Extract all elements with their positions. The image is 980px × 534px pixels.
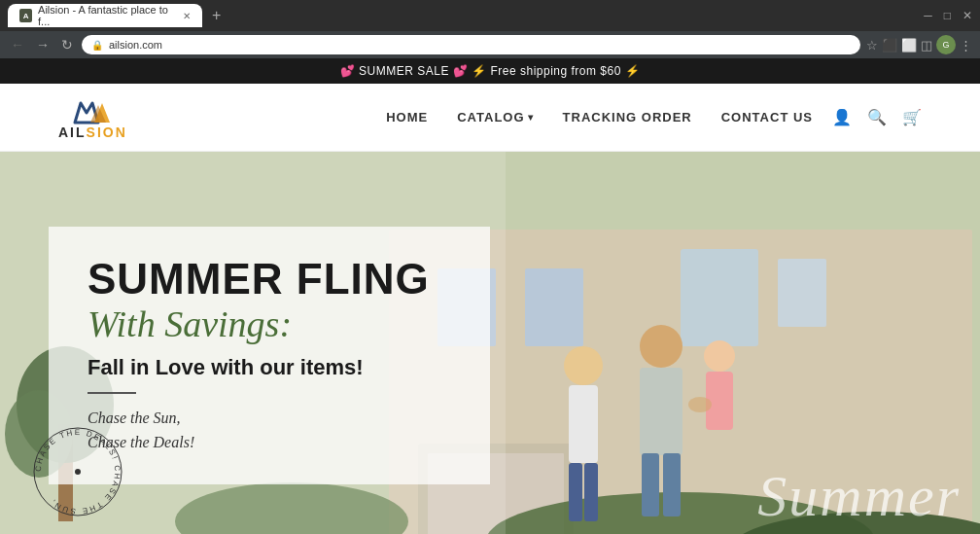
svg-rect-20 [569,463,582,521]
profile-avatar[interactable]: G [936,35,956,54]
lock-icon: 🔒 [91,40,103,51]
svg-point-28 [688,397,712,412]
svg-point-26 [704,340,735,372]
announcement-text: 💕 SUMMER SALE 💕 ⚡ Free shipping from $60… [340,64,640,78]
menu-icon[interactable]: ⋮ [960,38,972,53]
tab-bar: A Ailsion - A fantastic place to f... ✕ … [0,0,980,31]
back-button[interactable]: ← [8,37,27,53]
hero-title-script: With Savings: [88,303,451,347]
svg-point-22 [640,325,682,368]
forward-button[interactable]: → [33,37,52,53]
chevron-down-icon: ▾ [528,112,534,123]
circular-text-decoration: CHASE THE DEALS! CHASE THE SUN, [29,423,126,520]
announcement-bar: 💕 SUMMER SALE 💕 ⚡ Free shipping from $60… [0,58,980,84]
extension2-icon[interactable]: ⬜ [901,38,917,53]
site-header: AILSION HOME CATALOG ▾ TRACKING ORDER CO… [0,84,980,152]
cart-icon[interactable]: 🛒 [902,108,922,126]
hero-section: SUMMER FLING With Savings: Fall in Love … [0,152,980,534]
hero-desc-line1: Chase the Sun, [88,406,451,431]
minimize-button[interactable]: ─ [924,9,932,22]
svg-rect-19 [569,385,598,463]
address-bar[interactable]: 🔒 ailsion.com [82,35,860,54]
hero-desc-line2: Chase the Deals! [88,430,451,455]
hero-title-sub: Fall in Love with our items! [88,355,451,380]
browser-action-buttons: ☆ ⬛ ⬜ ◫ G ⋮ [866,35,972,54]
tab-favicon: A [19,9,32,22]
svg-rect-21 [584,463,598,521]
new-tab-button[interactable]: + [206,7,227,24]
svg-point-18 [564,346,603,385]
tab-close-button[interactable]: ✕ [183,11,191,21]
search-icon[interactable]: 🔍 [867,108,887,126]
nav-catalog[interactable]: CATALOG ▾ [457,110,533,125]
nav-tracking[interactable]: TRACKING ORDER [563,110,692,125]
maximize-button[interactable]: □ [944,9,951,22]
nav-home[interactable]: HOME [386,110,428,125]
active-tab[interactable]: A Ailsion - A fantastic place to f... ✕ [8,4,202,27]
bookmark-icon[interactable]: ☆ [866,38,878,53]
address-text: ailsion.com [109,39,162,51]
svg-rect-7 [681,249,758,346]
logo-text: AILSION [58,125,127,140]
extension3-icon[interactable]: ◫ [921,38,932,53]
logo-icon [73,95,112,125]
browser-chrome: A Ailsion - A fantastic place to f... ✕ … [0,0,980,58]
header-icons: 👤 🔍 🛒 [832,108,922,126]
close-button[interactable]: ✕ [962,9,972,22]
hero-divider [88,392,136,394]
svg-rect-8 [778,259,826,327]
site-logo[interactable]: AILSION [58,95,127,140]
circular-svg: CHASE THE DEALS! CHASE THE SUN, [29,423,126,520]
site-navigation: HOME CATALOG ▾ TRACKING ORDER CONTACT US [386,110,813,125]
svg-point-31 [75,469,81,475]
refresh-button[interactable]: ↻ [58,37,76,53]
svg-rect-23 [640,368,682,455]
svg-rect-24 [642,453,659,516]
website-content: 💕 SUMMER SALE 💕 ⚡ Free shipping from $60… [0,58,980,534]
nav-contact[interactable]: CONTACT US [721,110,813,125]
svg-rect-25 [663,453,681,516]
browser-nav-bar: ← → ↻ 🔒 ailsion.com ☆ ⬛ ⬜ ◫ G ⋮ [0,31,980,58]
tab-title: Ailsion - A fantastic place to f... [38,4,173,27]
summer-watermark: Summer [757,463,961,530]
extension-icon[interactable]: ⬛ [882,38,897,53]
hero-title-main: SUMMER FLING [88,256,451,303]
user-icon[interactable]: 👤 [832,108,852,126]
hero-description: Chase the Sun, Chase the Deals! [88,406,451,455]
